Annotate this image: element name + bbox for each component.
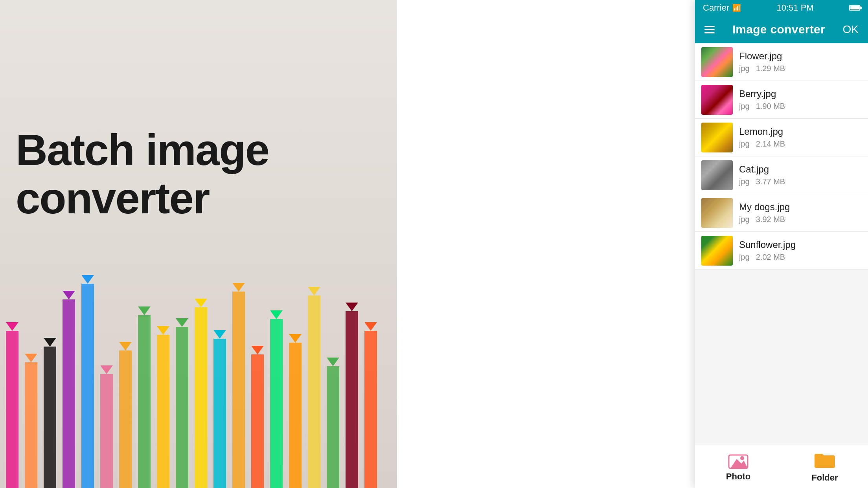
phone-panel: Carrier 📶 10:51 PM Image converter OK Fl… [695, 0, 868, 488]
pencil-11 [211, 330, 228, 488]
pencil-12 [230, 283, 247, 488]
pencil-4 [79, 275, 96, 488]
pencil-14 [268, 310, 285, 488]
pencil-10 [193, 299, 209, 488]
file-list: Flower.jpg jpg 1.29 MB Berry.jpg jpg 1.9… [695, 43, 868, 445]
file-name-lemon: Lemon.jpg [739, 126, 785, 137]
pencil-0 [4, 322, 20, 488]
file-size-dogs: 3.92 MB [756, 215, 785, 224]
svg-point-1 [740, 456, 744, 460]
file-meta-lemon: jpg 2.14 MB [739, 139, 785, 149]
file-item-cat[interactable]: Cat.jpg jpg 3.77 MB [695, 156, 868, 194]
pencil-16 [306, 287, 322, 488]
time-text: 10:51 PM [777, 3, 814, 13]
file-meta-flower: jpg 1.29 MB [739, 64, 785, 73]
file-thumb-flower [701, 47, 733, 77]
pencil-2 [42, 338, 58, 488]
file-type-lemon: jpg [739, 139, 750, 149]
pencil-15 [287, 334, 303, 488]
file-name-sunflower: Sunflower.jpg [739, 239, 796, 250]
header-title: Image converter [732, 23, 825, 36]
tab-photo-label: Photo [726, 471, 750, 482]
pencil-3 [61, 291, 77, 488]
pencil-1 [23, 354, 39, 488]
pencil-18 [344, 303, 360, 488]
file-info-flower: Flower.jpg jpg 1.29 MB [739, 51, 785, 73]
file-item-flower[interactable]: Flower.jpg jpg 1.29 MB [695, 43, 868, 81]
file-meta-berry: jpg 1.90 MB [739, 102, 785, 111]
file-meta-dogs: jpg 3.92 MB [739, 215, 790, 224]
folder-icon [814, 451, 836, 470]
file-size-sunflower: 2.02 MB [756, 253, 785, 262]
file-type-berry: jpg [739, 102, 750, 111]
file-type-cat: jpg [739, 177, 750, 186]
tab-folder[interactable]: Folder [782, 451, 868, 483]
file-meta-sunflower: jpg 2.02 MB [739, 253, 796, 262]
file-info-dogs: My dogs.jpg jpg 3.92 MB [739, 202, 790, 224]
pencil-17 [325, 358, 341, 488]
pencil-19 [362, 322, 379, 488]
svg-marker-2 [730, 459, 748, 468]
header-bar: Image converter OK [695, 16, 868, 43]
file-info-cat: Cat.jpg jpg 3.77 MB [739, 164, 785, 186]
file-meta-cat: jpg 3.77 MB [739, 177, 785, 186]
file-thumb-dogs [701, 198, 733, 228]
file-info-lemon: Lemon.jpg jpg 2.14 MB [739, 126, 785, 149]
file-thumb-cat [701, 160, 733, 190]
file-type-flower: jpg [739, 64, 750, 73]
pencil-9 [174, 318, 190, 488]
file-thumb-lemon [701, 123, 733, 152]
file-info-berry: Berry.jpg jpg 1.90 MB [739, 88, 785, 111]
file-item-sunflower[interactable]: Sunflower.jpg jpg 2.02 MB [695, 232, 868, 270]
file-thumb-berry [701, 85, 733, 115]
file-name-berry: Berry.jpg [739, 88, 785, 99]
tab-folder-label: Folder [811, 473, 838, 483]
pencils-decoration [0, 244, 397, 488]
tab-bar: Photo Folder [695, 445, 868, 488]
photo-icon [728, 452, 748, 469]
main-title: Batch image converter [16, 126, 397, 222]
hamburger-menu-button[interactable] [704, 26, 715, 33]
status-bar: Carrier 📶 10:51 PM [695, 0, 868, 16]
tab-photo[interactable]: Photo [695, 452, 782, 482]
pencil-8 [155, 326, 171, 488]
ok-button[interactable]: OK [843, 23, 859, 36]
status-left: Carrier 📶 [703, 3, 741, 13]
file-type-sunflower: jpg [739, 253, 750, 262]
file-item-dogs[interactable]: My dogs.jpg jpg 3.92 MB [695, 194, 868, 232]
pencil-13 [249, 346, 266, 488]
file-size-flower: 1.29 MB [756, 64, 785, 73]
file-name-dogs: My dogs.jpg [739, 202, 790, 213]
file-item-berry[interactable]: Berry.jpg jpg 1.90 MB [695, 81, 868, 119]
file-name-cat: Cat.jpg [739, 164, 785, 175]
wifi-icon: 📶 [732, 4, 741, 12]
file-size-cat: 3.77 MB [756, 177, 785, 186]
battery-icon [849, 5, 860, 11]
pencil-5 [98, 365, 115, 488]
file-size-lemon: 2.14 MB [756, 139, 785, 149]
pencil-6 [117, 342, 134, 488]
file-type-dogs: jpg [739, 215, 750, 224]
file-item-lemon[interactable]: Lemon.jpg jpg 2.14 MB [695, 119, 868, 156]
file-info-sunflower: Sunflower.jpg jpg 2.02 MB [739, 239, 796, 262]
file-size-berry: 1.90 MB [756, 102, 785, 111]
pencil-7 [136, 306, 153, 488]
carrier-text: Carrier [703, 3, 729, 13]
background-area: Batch image converter [0, 0, 397, 488]
file-name-flower: Flower.jpg [739, 51, 785, 62]
file-thumb-sunflower [701, 236, 733, 266]
